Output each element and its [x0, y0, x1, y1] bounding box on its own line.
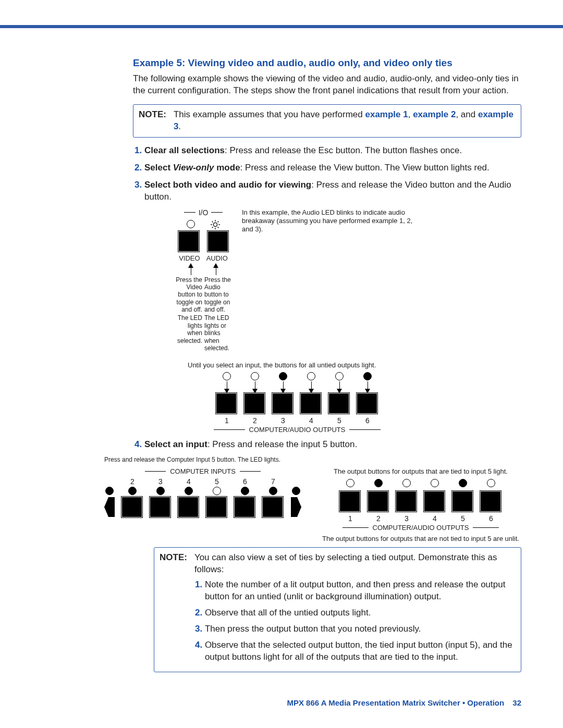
- footer-text: MPX 866 A Media Presentation Matrix Swit…: [287, 698, 504, 707]
- output-button-6[interactable]: [357, 393, 377, 413]
- output-number: 1: [340, 514, 361, 523]
- inputs-label: COMPUTER INPUTS: [170, 467, 236, 475]
- output-cell: [481, 479, 501, 511]
- output-button-3[interactable]: [396, 491, 416, 511]
- output-button-1[interactable]: [340, 491, 360, 511]
- output-button-5[interactable]: [452, 491, 472, 511]
- outputs-panel-1: Until you select an input, the buttons f…: [188, 361, 407, 433]
- output-number: 1: [216, 416, 237, 425]
- svg-line-6: [218, 227, 219, 228]
- audio-led-blink-icon: [211, 220, 220, 229]
- output-led: [363, 372, 372, 380]
- input-led: [128, 487, 137, 495]
- output-number: 5: [329, 416, 350, 425]
- input-button-7[interactable]: [263, 497, 283, 517]
- input-button-2[interactable]: [122, 497, 142, 517]
- input-cell: 4: [178, 477, 199, 517]
- output-button-6[interactable]: [481, 491, 500, 511]
- output-button-3[interactable]: [273, 393, 292, 413]
- outputs2-below: The output buttons for outputs that are …: [322, 535, 519, 543]
- audio-hint-2: The LED lights or blinks when selected.: [204, 314, 235, 352]
- input-button-3[interactable]: [150, 497, 170, 517]
- note2-item: Observe that all of the untied outputs l…: [205, 607, 516, 619]
- output-number: 3: [273, 416, 293, 425]
- output-cell: [357, 372, 378, 413]
- video-button[interactable]: [179, 231, 199, 251]
- output-button-2[interactable]: [244, 393, 264, 413]
- input-number: 2: [122, 477, 143, 486]
- intro-paragraph: The following example shows the viewing …: [133, 73, 521, 97]
- output-led: [402, 479, 411, 487]
- input-button-6[interactable]: [235, 497, 254, 517]
- output-number: 6: [357, 416, 378, 425]
- input-led: [185, 487, 193, 495]
- outputs2-label: COMPUTER/AUDIO OUTPUTS: [373, 524, 469, 532]
- output-led: [431, 479, 439, 487]
- audio-label: AUDIO: [206, 254, 228, 262]
- output-cell: [424, 479, 445, 511]
- input-led: [269, 487, 277, 495]
- step-4: Select an input: Press and release the i…: [144, 439, 521, 451]
- output-number: 6: [481, 514, 501, 523]
- input-button-5[interactable]: [206, 497, 226, 517]
- note-pre: This example assumes that you have perfo…: [174, 109, 365, 119]
- input-cell: 2: [122, 477, 143, 517]
- input-led: [213, 487, 221, 495]
- output-led: [346, 479, 354, 487]
- outputs2-caption: The output buttons for outputs that are …: [322, 467, 519, 476]
- output-led: [335, 372, 344, 380]
- io-panel: I/O VIDEO AUDIO: [172, 208, 235, 352]
- diagram-inputs-outputs: COMPUTER INPUTS 234567 The output button…: [104, 467, 521, 544]
- diag2-caption: Press and release the Computer Input 5 b…: [104, 456, 521, 463]
- input-led: [156, 487, 165, 495]
- output-led: [307, 372, 315, 380]
- output-button-2[interactable]: [368, 491, 388, 511]
- svg-point-0: [213, 223, 217, 226]
- output-led: [279, 372, 287, 380]
- note-label: NOTE:: [160, 552, 187, 668]
- input-number: 6: [235, 477, 255, 486]
- output-button-4[interactable]: [424, 491, 444, 511]
- svg-line-5: [212, 221, 213, 222]
- input-button-partial[interactable]: [291, 497, 301, 517]
- video-hint-2: The LED lights when selected.: [172, 314, 202, 352]
- input-cell: 6: [235, 477, 255, 517]
- input-led: [241, 487, 249, 495]
- output-cell: [301, 372, 322, 413]
- output-button-4[interactable]: [301, 393, 321, 413]
- link-example-1[interactable]: example 1: [365, 109, 408, 119]
- video-label: VIDEO: [179, 254, 200, 262]
- note2-list: Note the number of a lit output button, …: [194, 579, 516, 663]
- outputs-caption: Until you select an input, the buttons f…: [188, 361, 407, 369]
- output-number: 5: [452, 514, 473, 523]
- input-button-4[interactable]: [178, 497, 198, 517]
- note-label: NOTE:: [139, 109, 166, 133]
- output-number: 2: [244, 416, 265, 425]
- input-number: 3: [150, 477, 171, 486]
- input-button-partial[interactable]: [104, 497, 115, 517]
- audio-button[interactable]: [208, 231, 228, 251]
- step-2: Select View-only mode: Press and release…: [144, 162, 521, 174]
- note-box-1: NOTE: This example assumes that you have…: [133, 104, 521, 138]
- outputs-label: COMPUTER/AUDIO OUTPUTS: [249, 426, 346, 434]
- output-cell: [368, 479, 389, 511]
- input-cell: 7: [263, 477, 284, 517]
- step-1: Clear all selections: Press and release …: [144, 145, 521, 157]
- svg-line-7: [218, 221, 219, 222]
- page-number: 32: [512, 698, 521, 707]
- output-button-1[interactable]: [216, 393, 236, 413]
- note2-item: Note the number of a lit output button, …: [205, 579, 516, 603]
- input-number: 4: [178, 477, 199, 486]
- input-cell: 3: [150, 477, 171, 517]
- output-button-5[interactable]: [329, 393, 349, 413]
- input-number: 5: [206, 477, 227, 486]
- output-led: [487, 479, 495, 487]
- output-cell: [273, 372, 293, 413]
- note-body: You can also view a set of ties by selec…: [194, 552, 516, 668]
- outputs-panel-2: The output buttons for outputs that are …: [322, 467, 519, 544]
- output-cell: [340, 479, 361, 511]
- output-number: 3: [396, 514, 417, 523]
- output-number: 4: [424, 514, 445, 523]
- link-example-2[interactable]: example 2: [413, 109, 456, 119]
- output-led: [223, 372, 231, 380]
